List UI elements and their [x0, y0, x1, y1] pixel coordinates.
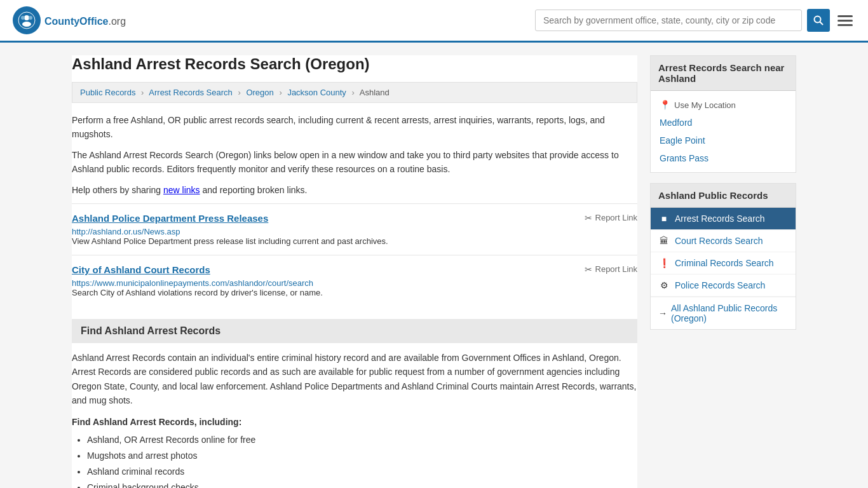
- pin-icon: 📍: [660, 100, 670, 110]
- sidebar-record-police[interactable]: ⚙ Police Records Search: [651, 274, 796, 297]
- report-link-2[interactable]: ✂ Report Link: [585, 264, 637, 274]
- header: CountyOffice.org: [0, 0, 868, 43]
- use-location-item[interactable]: 📍 Use My Location: [651, 96, 796, 114]
- content-area: Ashland Arrest Records Search (Oregon) P…: [72, 55, 637, 488]
- location-link-medford[interactable]: Medford: [660, 118, 692, 128]
- list-item: Criminal background checks: [87, 480, 637, 488]
- sidebar-nearby-title: Arrest Records Search near Ashland: [651, 56, 796, 91]
- link-url-1[interactable]: http://ashland.or.us/News.asp: [72, 227, 180, 236]
- link-entry-1: Ashland Police Department Press Releases…: [72, 203, 637, 255]
- sidebar: Arrest Records Search near Ashland 📍 Use…: [650, 55, 796, 488]
- search-button[interactable]: [807, 9, 830, 32]
- sidebar-all-records: → All Ashland Public Records (Oregon): [651, 297, 796, 329]
- report-icon-1: ✂: [585, 213, 592, 223]
- records-list: Ashland, OR Arrest Records online for fr…: [72, 432, 637, 488]
- criminal-icon: ❗: [658, 258, 670, 268]
- list-item: Mugshots and arrest photos: [87, 448, 637, 464]
- breadcrumb-ashland: Ashland: [360, 88, 390, 97]
- court-records-link[interactable]: Court Records Search: [675, 236, 763, 246]
- location-link-eagle-point[interactable]: Eagle Point: [660, 135, 705, 146]
- report-icon-2: ✂: [585, 264, 592, 274]
- find-section-header: Find Ashland Arrest Records: [72, 319, 637, 343]
- new-links-link[interactable]: new links: [163, 185, 200, 195]
- police-records-link[interactable]: Police Records Search: [675, 280, 765, 290]
- link-entry-2: City of Ashland Court Records ✂ Report L…: [72, 255, 637, 306]
- link-url-2[interactable]: https://www.municipalonlinepayments.com/…: [72, 278, 313, 288]
- svg-point-4: [29, 16, 32, 20]
- court-icon: 🏛: [658, 236, 670, 246]
- logo-text: CountyOffice.org: [44, 13, 126, 28]
- all-records-link[interactable]: All Ashland Public Records (Oregon): [671, 303, 788, 323]
- police-icon: ⚙: [658, 280, 670, 290]
- breadcrumb-public-records[interactable]: Public Records: [80, 88, 135, 97]
- sidebar-record-criminal[interactable]: ❗ Criminal Records Search: [651, 252, 796, 274]
- sidebar-location-medford: Medford: [651, 114, 796, 132]
- arrest-icon: ■: [658, 214, 670, 224]
- description-2: The Ashland Arrest Records Search (Orego…: [72, 148, 637, 177]
- breadcrumb-oregon[interactable]: Oregon: [246, 88, 273, 97]
- use-location-label: Use My Location: [674, 100, 736, 110]
- search-bar-area: [535, 9, 855, 32]
- report-link-1[interactable]: ✂ Report Link: [585, 213, 637, 223]
- sidebar-nearby-section: Arrest Records Search near Ashland 📍 Use…: [650, 55, 796, 173]
- logo-icon: [13, 6, 41, 34]
- sidebar-location-grants-pass: Grants Pass: [651, 149, 796, 167]
- list-item: Ashland, OR Arrest Records online for fr…: [87, 432, 637, 448]
- svg-line-6: [820, 22, 823, 25]
- link-desc-2: Search City of Ashland violations record…: [72, 288, 637, 297]
- list-item: Ashland criminal records: [87, 464, 637, 480]
- find-records-subtitle: Find Ashland Arrest Records, including:: [72, 417, 637, 427]
- criminal-records-link[interactable]: Criminal Records Search: [675, 258, 774, 268]
- breadcrumb-arrest-records[interactable]: Arrest Records Search: [149, 88, 233, 97]
- page-title: Ashland Arrest Records Search (Oregon): [72, 55, 637, 73]
- sidebar-record-arrest[interactable]: ■ Arrest Records Search: [651, 208, 796, 230]
- breadcrumb-jackson-county[interactable]: Jackson County: [287, 88, 346, 97]
- description-1: Perform a free Ashland, OR public arrest…: [72, 113, 637, 142]
- search-input[interactable]: [535, 10, 802, 31]
- logo-area: CountyOffice.org: [13, 6, 126, 34]
- sidebar-location-eagle-point: Eagle Point: [651, 132, 796, 149]
- link-title-1[interactable]: Ashland Police Department Press Releases: [72, 213, 268, 224]
- svg-point-1: [24, 15, 29, 20]
- menu-button[interactable]: [835, 13, 855, 29]
- description-3: Help others by sharing new links and rep…: [72, 183, 637, 197]
- sidebar-location-list: 📍 Use My Location Medford Eagle Point Gr…: [651, 91, 796, 172]
- main-container: Ashland Arrest Records Search (Oregon) P…: [59, 43, 809, 488]
- link-desc-1: View Ashland Police Department press rel…: [72, 236, 637, 246]
- sidebar-record-court[interactable]: 🏛 Court Records Search: [651, 230, 796, 252]
- svg-point-3: [21, 16, 25, 20]
- find-records-body: Ashland Arrest Records contain an indivi…: [72, 351, 637, 408]
- location-link-grants-pass[interactable]: Grants Pass: [660, 153, 709, 163]
- svg-point-2: [22, 22, 31, 27]
- sidebar-public-records: Ashland Public Records ■ Arrest Records …: [650, 183, 796, 330]
- link-title-2[interactable]: City of Ashland Court Records: [72, 264, 210, 275]
- sidebar-public-records-title: Ashland Public Records: [651, 184, 796, 208]
- breadcrumb: Public Records › Arrest Records Search ›…: [72, 82, 637, 103]
